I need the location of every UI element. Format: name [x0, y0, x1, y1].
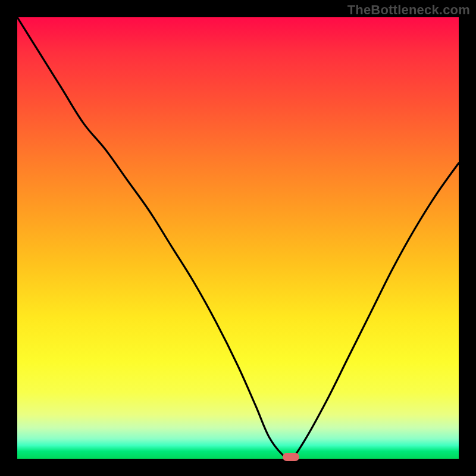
watermark-text: TheBottleneck.com: [347, 2, 470, 18]
curve-path: [17, 17, 459, 459]
chart-frame: TheBottleneck.com: [0, 0, 476, 476]
bottleneck-curve: [17, 17, 459, 459]
optimum-marker: [283, 453, 299, 461]
plot-area: [17, 17, 459, 459]
